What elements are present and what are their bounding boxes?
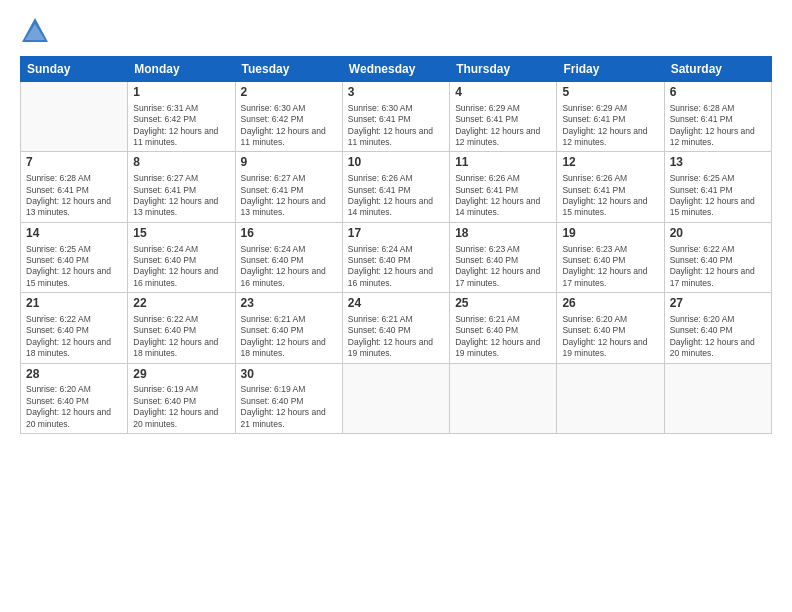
day-number: 18 <box>455 226 551 242</box>
day-detail: Sunrise: 6:29 AMSunset: 6:41 PMDaylight:… <box>562 103 658 149</box>
calendar-week-3: 14Sunrise: 6:25 AMSunset: 6:40 PMDayligh… <box>21 222 772 292</box>
day-number: 2 <box>241 85 337 101</box>
calendar-table: SundayMondayTuesdayWednesdayThursdayFrid… <box>20 56 772 434</box>
day-number: 17 <box>348 226 444 242</box>
day-detail: Sunrise: 6:22 AMSunset: 6:40 PMDaylight:… <box>26 314 122 360</box>
calendar-cell: 23Sunrise: 6:21 AMSunset: 6:40 PMDayligh… <box>235 293 342 363</box>
day-number: 10 <box>348 155 444 171</box>
day-detail: Sunrise: 6:29 AMSunset: 6:41 PMDaylight:… <box>455 103 551 149</box>
day-number: 29 <box>133 367 229 383</box>
calendar-cell: 6Sunrise: 6:28 AMSunset: 6:41 PMDaylight… <box>664 82 771 152</box>
calendar-cell: 13Sunrise: 6:25 AMSunset: 6:41 PMDayligh… <box>664 152 771 222</box>
calendar-cell: 19Sunrise: 6:23 AMSunset: 6:40 PMDayligh… <box>557 222 664 292</box>
day-number: 19 <box>562 226 658 242</box>
calendar-cell: 30Sunrise: 6:19 AMSunset: 6:40 PMDayligh… <box>235 363 342 433</box>
calendar-cell: 14Sunrise: 6:25 AMSunset: 6:40 PMDayligh… <box>21 222 128 292</box>
day-detail: Sunrise: 6:31 AMSunset: 6:42 PMDaylight:… <box>133 103 229 149</box>
day-detail: Sunrise: 6:28 AMSunset: 6:41 PMDaylight:… <box>26 173 122 219</box>
weekday-header-friday: Friday <box>557 57 664 82</box>
calendar-cell: 21Sunrise: 6:22 AMSunset: 6:40 PMDayligh… <box>21 293 128 363</box>
day-number: 5 <box>562 85 658 101</box>
calendar-cell: 16Sunrise: 6:24 AMSunset: 6:40 PMDayligh… <box>235 222 342 292</box>
calendar-cell: 20Sunrise: 6:22 AMSunset: 6:40 PMDayligh… <box>664 222 771 292</box>
calendar-cell: 5Sunrise: 6:29 AMSunset: 6:41 PMDaylight… <box>557 82 664 152</box>
calendar-cell: 22Sunrise: 6:22 AMSunset: 6:40 PMDayligh… <box>128 293 235 363</box>
calendar-week-5: 28Sunrise: 6:20 AMSunset: 6:40 PMDayligh… <box>21 363 772 433</box>
day-detail: Sunrise: 6:21 AMSunset: 6:40 PMDaylight:… <box>455 314 551 360</box>
day-number: 22 <box>133 296 229 312</box>
calendar-cell: 9Sunrise: 6:27 AMSunset: 6:41 PMDaylight… <box>235 152 342 222</box>
day-number: 30 <box>241 367 337 383</box>
day-detail: Sunrise: 6:20 AMSunset: 6:40 PMDaylight:… <box>670 314 766 360</box>
day-detail: Sunrise: 6:24 AMSunset: 6:40 PMDaylight:… <box>241 244 337 290</box>
weekday-header-tuesday: Tuesday <box>235 57 342 82</box>
calendar-week-2: 7Sunrise: 6:28 AMSunset: 6:41 PMDaylight… <box>21 152 772 222</box>
day-detail: Sunrise: 6:19 AMSunset: 6:40 PMDaylight:… <box>133 384 229 430</box>
calendar-cell: 17Sunrise: 6:24 AMSunset: 6:40 PMDayligh… <box>342 222 449 292</box>
day-number: 21 <box>26 296 122 312</box>
day-detail: Sunrise: 6:24 AMSunset: 6:40 PMDaylight:… <box>348 244 444 290</box>
calendar-header-row: SundayMondayTuesdayWednesdayThursdayFrid… <box>21 57 772 82</box>
weekday-header-monday: Monday <box>128 57 235 82</box>
calendar-cell: 8Sunrise: 6:27 AMSunset: 6:41 PMDaylight… <box>128 152 235 222</box>
day-number: 25 <box>455 296 551 312</box>
day-detail: Sunrise: 6:25 AMSunset: 6:40 PMDaylight:… <box>26 244 122 290</box>
day-number: 11 <box>455 155 551 171</box>
calendar-cell: 4Sunrise: 6:29 AMSunset: 6:41 PMDaylight… <box>450 82 557 152</box>
day-number: 8 <box>133 155 229 171</box>
day-number: 20 <box>670 226 766 242</box>
day-detail: Sunrise: 6:23 AMSunset: 6:40 PMDaylight:… <box>562 244 658 290</box>
day-detail: Sunrise: 6:24 AMSunset: 6:40 PMDaylight:… <box>133 244 229 290</box>
day-number: 23 <box>241 296 337 312</box>
calendar-cell: 15Sunrise: 6:24 AMSunset: 6:40 PMDayligh… <box>128 222 235 292</box>
day-detail: Sunrise: 6:26 AMSunset: 6:41 PMDaylight:… <box>455 173 551 219</box>
day-detail: Sunrise: 6:30 AMSunset: 6:42 PMDaylight:… <box>241 103 337 149</box>
day-detail: Sunrise: 6:25 AMSunset: 6:41 PMDaylight:… <box>670 173 766 219</box>
weekday-header-thursday: Thursday <box>450 57 557 82</box>
day-detail: Sunrise: 6:23 AMSunset: 6:40 PMDaylight:… <box>455 244 551 290</box>
day-number: 4 <box>455 85 551 101</box>
day-detail: Sunrise: 6:22 AMSunset: 6:40 PMDaylight:… <box>670 244 766 290</box>
calendar-cell: 18Sunrise: 6:23 AMSunset: 6:40 PMDayligh… <box>450 222 557 292</box>
day-number: 15 <box>133 226 229 242</box>
day-detail: Sunrise: 6:20 AMSunset: 6:40 PMDaylight:… <box>26 384 122 430</box>
weekday-header-saturday: Saturday <box>664 57 771 82</box>
calendar-cell <box>342 363 449 433</box>
day-detail: Sunrise: 6:26 AMSunset: 6:41 PMDaylight:… <box>562 173 658 219</box>
calendar-cell: 24Sunrise: 6:21 AMSunset: 6:40 PMDayligh… <box>342 293 449 363</box>
day-number: 24 <box>348 296 444 312</box>
day-number: 14 <box>26 226 122 242</box>
day-detail: Sunrise: 6:20 AMSunset: 6:40 PMDaylight:… <box>562 314 658 360</box>
weekday-header-sunday: Sunday <box>21 57 128 82</box>
day-number: 1 <box>133 85 229 101</box>
logo <box>20 16 54 46</box>
header <box>20 16 772 46</box>
calendar-cell <box>21 82 128 152</box>
day-number: 27 <box>670 296 766 312</box>
day-number: 16 <box>241 226 337 242</box>
calendar-cell <box>557 363 664 433</box>
logo-icon <box>20 16 50 46</box>
calendar-cell: 28Sunrise: 6:20 AMSunset: 6:40 PMDayligh… <box>21 363 128 433</box>
day-detail: Sunrise: 6:27 AMSunset: 6:41 PMDaylight:… <box>133 173 229 219</box>
calendar-cell: 2Sunrise: 6:30 AMSunset: 6:42 PMDaylight… <box>235 82 342 152</box>
calendar-cell: 10Sunrise: 6:26 AMSunset: 6:41 PMDayligh… <box>342 152 449 222</box>
day-detail: Sunrise: 6:26 AMSunset: 6:41 PMDaylight:… <box>348 173 444 219</box>
day-number: 26 <box>562 296 658 312</box>
calendar-cell: 12Sunrise: 6:26 AMSunset: 6:41 PMDayligh… <box>557 152 664 222</box>
day-number: 9 <box>241 155 337 171</box>
day-detail: Sunrise: 6:22 AMSunset: 6:40 PMDaylight:… <box>133 314 229 360</box>
calendar-week-4: 21Sunrise: 6:22 AMSunset: 6:40 PMDayligh… <box>21 293 772 363</box>
day-detail: Sunrise: 6:21 AMSunset: 6:40 PMDaylight:… <box>241 314 337 360</box>
calendar-cell: 29Sunrise: 6:19 AMSunset: 6:40 PMDayligh… <box>128 363 235 433</box>
day-number: 6 <box>670 85 766 101</box>
day-detail: Sunrise: 6:30 AMSunset: 6:41 PMDaylight:… <box>348 103 444 149</box>
calendar-cell <box>450 363 557 433</box>
calendar-week-1: 1Sunrise: 6:31 AMSunset: 6:42 PMDaylight… <box>21 82 772 152</box>
day-detail: Sunrise: 6:28 AMSunset: 6:41 PMDaylight:… <box>670 103 766 149</box>
day-detail: Sunrise: 6:19 AMSunset: 6:40 PMDaylight:… <box>241 384 337 430</box>
day-number: 28 <box>26 367 122 383</box>
weekday-header-wednesday: Wednesday <box>342 57 449 82</box>
day-number: 7 <box>26 155 122 171</box>
day-number: 3 <box>348 85 444 101</box>
